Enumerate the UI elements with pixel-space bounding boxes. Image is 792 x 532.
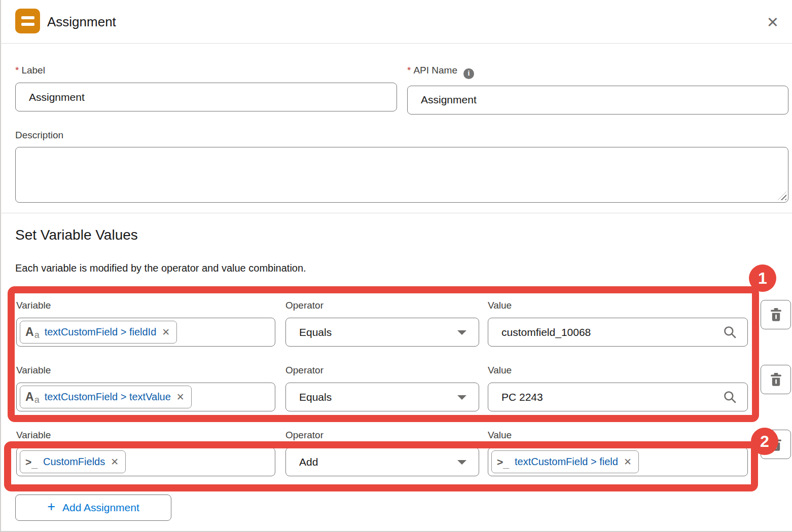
delete-assignment-button[interactable] (761, 365, 791, 394)
plus-icon: + (47, 499, 55, 515)
value-input[interactable]: PC 2243 (488, 383, 748, 411)
remove-pill-icon[interactable]: ✕ (162, 327, 170, 337)
delete-assignment-button[interactable] (761, 300, 791, 329)
chevron-down-icon (457, 395, 466, 400)
label-input[interactable]: Assignment (15, 83, 397, 111)
assignment-row: Variable Aa textCustomField > fieldId ✕ … (16, 300, 792, 349)
assignment-row: Variable Aa textCustomField > textValue … (16, 365, 792, 413)
api-name-field-label: *API Namei (407, 65, 788, 79)
description-field-label: Description (15, 130, 788, 141)
api-name-field-group: *API Namei Assignment (407, 65, 788, 115)
variable-column-label: Variable (16, 430, 275, 441)
chevron-down-icon (457, 330, 466, 335)
operator-column-label: Operator (285, 365, 479, 376)
delete-assignment-button[interactable] (761, 430, 791, 459)
value-column-label: Value (488, 365, 748, 376)
close-icon[interactable]: ✕ (763, 12, 783, 32)
variable-column-label: Variable (16, 300, 275, 311)
annotation-badge-1: 1 (749, 264, 776, 292)
section-help-text: Each variable is modified by the operato… (15, 262, 306, 274)
description-textarea[interactable] (15, 147, 788, 203)
assignment-element-icon (15, 9, 40, 33)
label-field-label: *Label (15, 65, 397, 76)
value-combobox[interactable]: >_ textCustomField > field ✕ (488, 447, 748, 476)
resource-pill[interactable]: >_ CustomFields ✕ (20, 450, 126, 473)
operator-dropdown[interactable]: Add (285, 447, 479, 476)
search-icon[interactable] (723, 390, 737, 404)
api-name-input[interactable]: Assignment (407, 86, 788, 115)
operator-dropdown[interactable]: Equals (285, 383, 479, 411)
section-divider (0, 213, 792, 213)
operator-column-label: Operator (285, 430, 479, 441)
add-assignment-button[interactable]: + Add Assignment (15, 495, 171, 521)
trash-icon (770, 308, 782, 322)
value-column-label: Value (488, 430, 748, 441)
text-type-icon: Aa (25, 326, 39, 338)
dialog-title: Assignment (47, 0, 116, 44)
resource-pill[interactable]: Aa textCustomField > textValue ✕ (20, 386, 192, 408)
variable-combobox[interactable]: Aa textCustomField > textValue ✕ (16, 383, 275, 411)
search-icon[interactable] (723, 325, 737, 339)
remove-pill-icon[interactable]: ✕ (176, 392, 185, 402)
value-input[interactable]: customfield_10068 (488, 318, 748, 347)
info-icon[interactable]: i (463, 68, 474, 79)
section-title: Set Variable Values (15, 227, 138, 243)
remove-pill-icon[interactable]: ✕ (111, 457, 119, 467)
text-type-icon: Aa (25, 391, 39, 403)
apex-type-icon: >_ (25, 457, 38, 467)
remove-pill-icon[interactable]: ✕ (624, 457, 632, 467)
assignment-row: Variable >_ CustomFields ✕ Operator Add … (16, 430, 792, 478)
operator-dropdown[interactable]: Equals (285, 318, 479, 347)
variable-combobox[interactable]: Aa textCustomField > fieldId ✕ (16, 318, 275, 347)
apex-type-icon: >_ (497, 457, 509, 467)
operator-column-label: Operator (285, 300, 479, 311)
variable-column-label: Variable (16, 365, 275, 376)
assignment-dialog: Assignment ✕ *Label Assignment *API Name… (0, 0, 792, 532)
trash-icon (770, 438, 782, 451)
resource-pill[interactable]: >_ textCustomField > field ✕ (491, 450, 639, 473)
chevron-down-icon (457, 460, 466, 465)
variable-combobox[interactable]: >_ CustomFields ✕ (16, 447, 275, 476)
label-field-group: *Label Assignment (15, 65, 397, 111)
value-column-label: Value (488, 300, 748, 311)
dialog-header: Assignment ✕ (0, 0, 792, 44)
resource-pill[interactable]: Aa textCustomField > fieldId ✕ (20, 321, 177, 344)
required-asterisk: * (15, 65, 19, 75)
description-field-group: Description (15, 130, 788, 203)
trash-icon (770, 373, 782, 387)
required-asterisk: * (407, 65, 411, 75)
